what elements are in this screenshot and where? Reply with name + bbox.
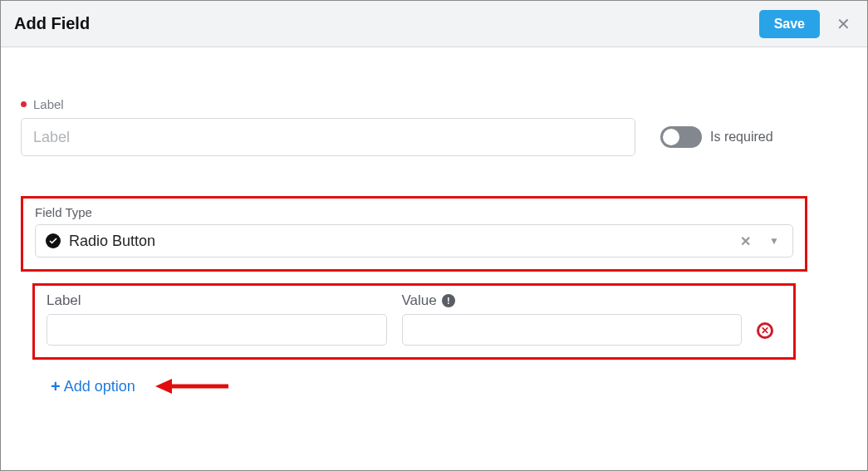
save-button[interactable]: Save	[759, 10, 820, 38]
field-type-value: Radio Button	[69, 233, 725, 250]
option-value-header-row: Value !	[402, 292, 743, 309]
delete-option-icon[interactable]: ✕	[757, 322, 773, 339]
svg-marker-1	[155, 379, 172, 394]
toggle-knob-icon	[663, 129, 679, 145]
required-toggle[interactable]	[660, 126, 702, 148]
info-icon: !	[442, 294, 455, 307]
add-option-row: + Add option	[51, 376, 847, 396]
close-icon[interactable]: ✕	[833, 11, 854, 37]
add-option-button[interactable]: + Add option	[51, 378, 135, 395]
required-toggle-wrap: Is required	[660, 126, 773, 148]
clear-icon[interactable]: ✕	[733, 232, 758, 251]
option-label-col: Label	[47, 292, 387, 346]
option-value-header: Value	[402, 292, 437, 309]
option-value-input[interactable]	[402, 314, 743, 346]
required-toggle-label: Is required	[710, 130, 773, 145]
add-option-label: Add option	[64, 378, 135, 395]
option-value-col: Value !	[402, 292, 743, 346]
plus-icon: +	[51, 378, 61, 395]
check-circle-icon	[46, 233, 61, 248]
chevron-down-icon[interactable]: ▼	[766, 235, 782, 247]
field-type-select[interactable]: Radio Button ✕ ▼	[35, 224, 793, 258]
option-label-input[interactable]	[47, 314, 387, 346]
delete-option-wrap: ✕	[757, 292, 782, 344]
label-field-label: Label	[33, 97, 64, 111]
label-field-label-row: Label	[21, 97, 847, 111]
modal-body: Label Is required Field Type Radio Butto…	[1, 47, 867, 416]
required-indicator-icon	[21, 101, 27, 107]
field-type-label: Field Type	[35, 205, 793, 219]
label-input-row: Is required	[21, 118, 847, 156]
option-row-highlight-box: Label Value ! ✕	[32, 283, 796, 360]
modal-header: Add Field Save ✕	[1, 1, 867, 47]
annotation-arrow-icon	[155, 376, 230, 396]
header-actions: Save ✕	[759, 10, 854, 38]
modal-title: Add Field	[14, 14, 90, 33]
option-row: Label Value ! ✕	[47, 292, 782, 346]
label-input[interactable]	[21, 118, 635, 156]
option-label-header: Label	[47, 292, 81, 309]
field-type-highlight-box: Field Type Radio Button ✕ ▼	[21, 196, 807, 272]
option-label-header-row: Label	[47, 292, 387, 309]
